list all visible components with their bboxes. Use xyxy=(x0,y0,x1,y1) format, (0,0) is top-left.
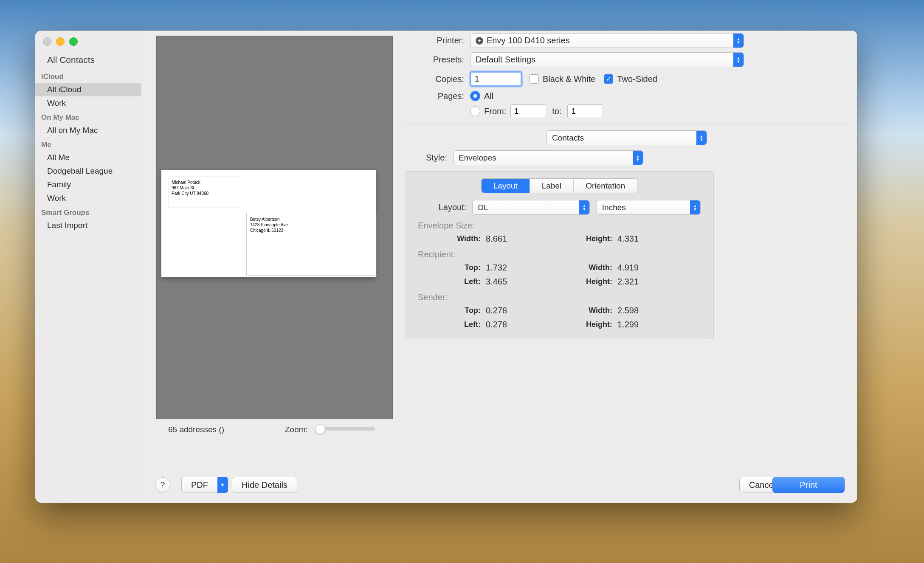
preview-sender-name: Michael Potuck xyxy=(172,180,235,185)
style-popup[interactable]: Envelopes xyxy=(453,150,643,165)
sender-left-key: Left: xyxy=(426,320,486,329)
sender-height-value: 1.299 xyxy=(617,320,664,329)
recip-height-key: Height: xyxy=(532,277,617,286)
sender-top-key: Top: xyxy=(426,306,486,315)
units-value: Inches xyxy=(602,203,626,212)
sender-section-label: Sender: xyxy=(418,293,701,302)
printer-label: Printer: xyxy=(405,36,470,45)
sidebar-item-all-me[interactable]: All Me xyxy=(35,151,141,164)
sidebar-item-work-icloud[interactable]: Work xyxy=(35,96,141,110)
preview-sender-city: Park City UT 84060 xyxy=(172,191,235,196)
preview-recipient-box: Betsy Albertson 1423 Pineapple Ave Chica… xyxy=(246,213,377,276)
updown-arrows-icon xyxy=(690,200,700,214)
tab-orientation[interactable]: Orientation xyxy=(574,179,637,193)
recipient-section-label: Recipient: xyxy=(418,250,701,259)
sidebar-group-onmymac: On My Mac xyxy=(35,110,141,124)
app-section-popup[interactable]: Contacts xyxy=(547,130,707,145)
sidebar-group-smart: Smart Groups xyxy=(35,205,141,219)
recip-height-value: 2.321 xyxy=(617,277,664,287)
preview-recip-street: 1423 Pineapple Ave xyxy=(250,222,373,228)
recip-top-value: 1.732 xyxy=(486,263,532,273)
print-settings-form: Printer: ✦ Envy 100 D410 series Presets:… xyxy=(405,33,849,503)
sidebar-item-all-icloud[interactable]: All iCloud xyxy=(35,83,141,96)
recip-width-key: Width: xyxy=(532,263,617,272)
envelope-size-label: Envelope Size: xyxy=(418,221,701,231)
sender-left-value: 0.278 xyxy=(486,320,532,329)
updown-arrows-icon xyxy=(696,131,707,145)
preview-recip-city: Chicago IL 60123 xyxy=(250,228,373,233)
style-value: Envelopes xyxy=(459,153,496,163)
maximize-icon[interactable] xyxy=(69,37,78,46)
sender-width-value: 2.598 xyxy=(617,306,664,315)
window-traffic-lights xyxy=(35,31,141,50)
recip-top-key: Top: xyxy=(426,263,486,272)
preview-sender-street: 987 Main St xyxy=(172,185,235,191)
zoom-slider[interactable] xyxy=(316,427,375,431)
printer-status-icon: ✦ xyxy=(476,37,483,45)
print-sheet: Michael Potuck 987 Main St Park City UT … xyxy=(141,31,857,503)
layout-options-box: Layout Label Orientation Layout: DL xyxy=(405,171,714,339)
pages-to-input[interactable] xyxy=(567,104,603,118)
pages-label: Pages: xyxy=(405,91,470,101)
print-button[interactable]: Print xyxy=(772,477,845,493)
recip-left-value: 3.465 xyxy=(486,277,532,287)
print-preview: Michael Potuck 987 Main St Park City UT … xyxy=(156,36,393,419)
chevron-down-icon: ▼ xyxy=(217,477,228,493)
tabs-segmented: Layout Label Orientation xyxy=(481,178,638,193)
printer-value: Envy 100 D410 series xyxy=(487,36,570,45)
env-width-value: 8.661 xyxy=(486,234,532,244)
units-popup[interactable]: Inches xyxy=(597,200,701,215)
layout-field-label: Layout: xyxy=(418,203,472,212)
pages-from-input[interactable] xyxy=(510,104,546,118)
env-width-key: Width: xyxy=(426,234,486,243)
contacts-sidebar: All Contacts iCloud All iCloud Work On M… xyxy=(35,31,142,503)
help-button[interactable]: ? xyxy=(155,477,170,493)
desktop: All Contacts iCloud All iCloud Work On M… xyxy=(0,0,924,563)
preview-recip-name: Betsy Albertson xyxy=(250,217,373,222)
pages-all-radio[interactable] xyxy=(470,91,480,101)
copies-label: Copies: xyxy=(405,74,470,84)
pages-all-label: All xyxy=(480,91,493,101)
preview-envelope: Michael Potuck 987 Main St Park City UT … xyxy=(161,170,376,277)
hide-details-button[interactable]: Hide Details xyxy=(232,477,297,493)
sidebar-item-work-me[interactable]: Work xyxy=(35,191,141,205)
sidebar-item-last-import[interactable]: Last Import xyxy=(35,219,141,232)
sidebar-item-all-on-my-mac[interactable]: All on My Mac xyxy=(35,124,141,137)
sender-top-value: 0.278 xyxy=(486,306,532,315)
sidebar-item-all-contacts[interactable]: All Contacts xyxy=(35,51,141,69)
printer-popup[interactable]: ✦ Envy 100 D410 series xyxy=(470,33,744,48)
layout-size-popup[interactable]: DL xyxy=(472,200,590,215)
pages-range-radio[interactable] xyxy=(470,106,480,116)
zoom-slider-thumb[interactable] xyxy=(315,424,325,434)
tab-label[interactable]: Label xyxy=(530,179,574,193)
presets-value: Default Settings xyxy=(476,55,535,65)
dialog-footer: ? PDF ▼ Hide Details Cancel Print xyxy=(141,466,857,503)
recip-left-key: Left: xyxy=(426,277,486,286)
tab-layout[interactable]: Layout xyxy=(482,179,530,193)
recip-width-value: 4.919 xyxy=(617,263,664,273)
updown-arrows-icon xyxy=(633,151,643,165)
app-section-value: Contacts xyxy=(552,133,584,143)
divider xyxy=(405,124,849,124)
zoom-label: Zoom: xyxy=(285,425,308,434)
copies-input[interactable] xyxy=(470,71,522,87)
two-sided-checkbox[interactable]: ✓ xyxy=(604,74,613,84)
preview-sender-box: Michael Potuck 987 Main St Park City UT … xyxy=(169,177,238,208)
print-dialog-window: All Contacts iCloud All iCloud Work On M… xyxy=(35,31,857,503)
sidebar-item-family[interactable]: Family xyxy=(35,178,141,191)
pdf-button-label: PDF xyxy=(181,477,217,493)
close-icon[interactable] xyxy=(43,37,51,46)
sidebar-group-icloud: iCloud xyxy=(35,69,141,83)
to-label: to: xyxy=(546,107,567,116)
env-height-key: Height: xyxy=(532,234,617,243)
presets-popup[interactable]: Default Settings xyxy=(470,52,744,67)
updown-arrows-icon xyxy=(579,200,589,214)
layout-size-value: DL xyxy=(478,203,488,212)
bw-checkbox[interactable] xyxy=(530,74,539,84)
pdf-menu-button[interactable]: PDF ▼ xyxy=(181,477,228,493)
from-label: From: xyxy=(480,107,510,116)
env-height-value: 4.331 xyxy=(617,234,664,244)
style-label: Style: xyxy=(405,153,453,163)
minimize-icon[interactable] xyxy=(56,37,65,46)
sidebar-item-dodgeball[interactable]: Dodgeball League xyxy=(35,164,141,178)
